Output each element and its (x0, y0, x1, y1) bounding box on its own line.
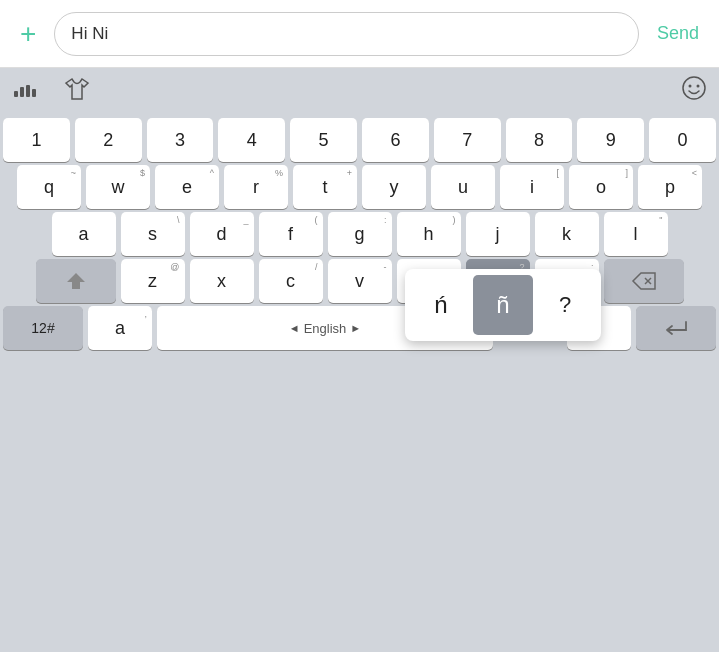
language-indicator: ◄ English ► (289, 321, 361, 336)
svg-rect-3 (32, 89, 36, 97)
svg-point-5 (689, 85, 692, 88)
number-row: 1 2 3 4 5 6 7 8 9 0 (3, 118, 716, 162)
key-x[interactable]: x (190, 259, 254, 303)
key-9[interactable]: 9 (577, 118, 644, 162)
key-o[interactable]: ]o (569, 165, 633, 209)
space-row: 12# , a ◄ English ► . (3, 306, 716, 350)
shift-key[interactable] (36, 259, 116, 303)
key-w[interactable]: $w (86, 165, 150, 209)
key-p[interactable]: <p (638, 165, 702, 209)
key-q[interactable]: ~q (17, 165, 81, 209)
emoji-icon[interactable] (681, 75, 707, 107)
keyboard-toolbar (0, 68, 719, 114)
comma-key[interactable]: , a (88, 306, 152, 350)
key-a[interactable]: a (52, 212, 116, 256)
mid-row: a \s _d (f :g )h j k "l (3, 212, 716, 256)
qwerty-row: ~q $w ^e %r +t y u [i ]o <p (3, 165, 716, 209)
key-e[interactable]: ^e (155, 165, 219, 209)
shirt-icon[interactable] (64, 77, 90, 106)
key-g[interactable]: :g (328, 212, 392, 256)
key-1[interactable]: 1 (3, 118, 70, 162)
key-5[interactable]: 5 (290, 118, 357, 162)
svg-point-4 (683, 77, 705, 99)
keyboard: 1 2 3 4 5 6 7 8 9 0 ~q $w ^e %r +t y u [… (0, 114, 719, 652)
backspace-key[interactable] (604, 259, 684, 303)
key-c[interactable]: /c (259, 259, 323, 303)
key-u[interactable]: u (431, 165, 495, 209)
key-t[interactable]: +t (293, 165, 357, 209)
key-l[interactable]: "l (604, 212, 668, 256)
key-f[interactable]: (f (259, 212, 323, 256)
popup-key-question[interactable]: ? (535, 275, 595, 335)
key-3[interactable]: 3 (147, 118, 214, 162)
key-i[interactable]: [i (500, 165, 564, 209)
popup-key-n-acute[interactable]: ń (411, 275, 471, 335)
top-bar: + Send (0, 0, 719, 68)
language-label: English (304, 321, 347, 336)
message-input[interactable] (54, 12, 639, 56)
key-z[interactable]: @z (121, 259, 185, 303)
key-k[interactable]: k (535, 212, 599, 256)
key-2[interactable]: 2 (75, 118, 142, 162)
key-v[interactable]: -v (328, 259, 392, 303)
key-8[interactable]: 8 (506, 118, 573, 162)
plus-button[interactable]: + (12, 14, 44, 54)
svg-rect-0 (14, 91, 18, 97)
key-j[interactable]: j (466, 212, 530, 256)
key-7[interactable]: 7 (434, 118, 501, 162)
enter-key[interactable] (636, 306, 716, 350)
popup-key-n-tilde[interactable]: ñ (473, 275, 533, 335)
symbols-key[interactable]: 12# (3, 306, 83, 350)
svg-point-6 (697, 85, 700, 88)
key-0[interactable]: 0 (649, 118, 716, 162)
send-button[interactable]: Send (649, 19, 707, 48)
key-h[interactable]: )h (397, 212, 461, 256)
key-d[interactable]: _d (190, 212, 254, 256)
lang-left-arrow: ◄ (289, 322, 300, 334)
key-6[interactable]: 6 (362, 118, 429, 162)
key-s[interactable]: \s (121, 212, 185, 256)
toolbar-left (12, 77, 90, 106)
bottom-row: @z x /c -v b ?n ;m (3, 259, 716, 303)
voice-input-icon[interactable] (12, 77, 40, 106)
key-4[interactable]: 4 (218, 118, 285, 162)
key-r[interactable]: %r (224, 165, 288, 209)
special-chars-popup: ń ñ ? (405, 269, 601, 341)
svg-rect-2 (26, 85, 30, 97)
lang-right-arrow: ► (350, 322, 361, 334)
svg-rect-1 (20, 87, 24, 97)
key-y[interactable]: y (362, 165, 426, 209)
